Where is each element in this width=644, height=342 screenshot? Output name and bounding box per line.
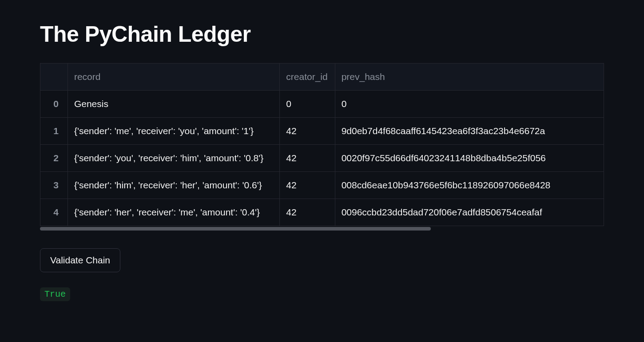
row-index: 1 (40, 118, 68, 145)
row-index: 2 (40, 145, 68, 172)
cell-prev-hash[interactable]: 0096ccbd23dd5dad720f06e7adfd8506754ceafa… (335, 199, 604, 226)
page-title: The PyChain Ledger (40, 21, 604, 47)
ledger-table: record creator_id prev_hash 0 Genesis 0 … (40, 63, 604, 226)
validation-result-badge: True (40, 287, 70, 301)
row-index: 3 (40, 172, 68, 199)
validate-chain-button[interactable]: Validate Chain (40, 248, 120, 272)
cell-record[interactable]: Genesis (68, 91, 279, 118)
horizontal-scrollbar[interactable] (40, 226, 604, 231)
cell-record[interactable]: {'sender': 'you', 'receiver': 'him', 'am… (68, 145, 279, 172)
table-header-index (40, 64, 68, 91)
ledger-table-wrapper: record creator_id prev_hash 0 Genesis 0 … (40, 63, 604, 231)
cell-record[interactable]: {'sender': 'him', 'receiver': 'her', 'am… (68, 172, 279, 199)
main-container: The PyChain Ledger record creator_id pre… (0, 0, 644, 301)
scrollbar-thumb[interactable] (40, 227, 431, 231)
table-header-prev-hash[interactable]: prev_hash (335, 64, 604, 91)
cell-record[interactable]: {'sender': 'her', 'receiver': 'me', 'amo… (68, 199, 279, 226)
cell-prev-hash[interactable]: 9d0eb7d4f68caaff6145423ea6f3f3ac23b4e667… (335, 118, 604, 145)
cell-creator-id[interactable]: 42 (280, 145, 335, 172)
row-index: 0 (40, 91, 68, 118)
row-index: 4 (40, 199, 68, 226)
cell-prev-hash[interactable]: 0 (335, 91, 604, 118)
cell-creator-id[interactable]: 42 (280, 118, 335, 145)
cell-creator-id[interactable]: 42 (280, 172, 335, 199)
table-row[interactable]: 2 {'sender': 'you', 'receiver': 'him', '… (40, 145, 604, 172)
table-row[interactable]: 3 {'sender': 'him', 'receiver': 'her', '… (40, 172, 604, 199)
table-row[interactable]: 0 Genesis 0 0 (40, 91, 604, 118)
cell-prev-hash[interactable]: 008cd6eae10b943766e5f6bc118926097066e842… (335, 172, 604, 199)
table-row[interactable]: 4 {'sender': 'her', 'receiver': 'me', 'a… (40, 199, 604, 226)
table-header-record[interactable]: record (68, 64, 279, 91)
cell-prev-hash[interactable]: 0020f97c55d66df64023241148b8dba4b5e25f05… (335, 145, 604, 172)
cell-creator-id[interactable]: 0 (280, 91, 335, 118)
table-row[interactable]: 1 {'sender': 'me', 'receiver': 'you', 'a… (40, 118, 604, 145)
table-header-creator-id[interactable]: creator_id (280, 64, 335, 91)
cell-record[interactable]: {'sender': 'me', 'receiver': 'you', 'amo… (68, 118, 279, 145)
cell-creator-id[interactable]: 42 (280, 199, 335, 226)
